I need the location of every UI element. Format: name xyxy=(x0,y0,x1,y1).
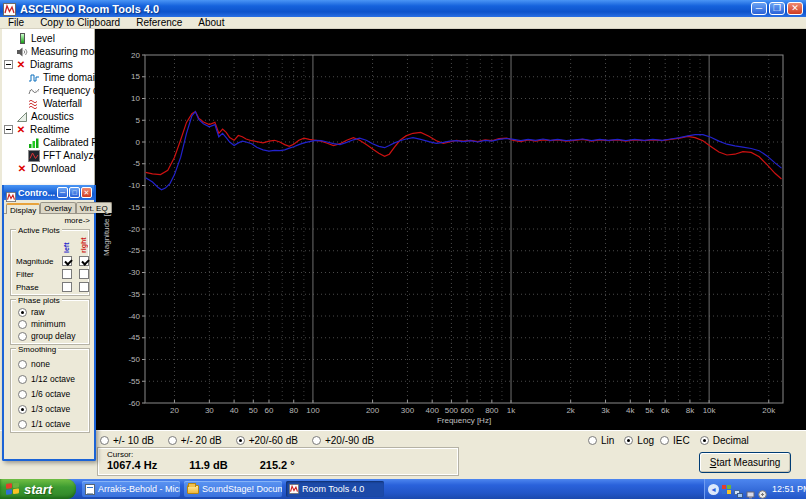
svg-text:-20: -20 xyxy=(128,225,140,234)
radio-button-icon[interactable] xyxy=(312,436,321,445)
tab-virt-eq[interactable]: Virt. EQ xyxy=(76,202,112,213)
volume-icon[interactable] xyxy=(758,485,767,494)
taskbar-task-arrakis[interactable]: Arrakis-Behold - Micro... xyxy=(82,481,180,497)
svg-text:10: 10 xyxy=(131,94,140,103)
control-panel-title-bar[interactable]: Contro... ─ □ ✕ xyxy=(4,185,94,200)
taskbar-task-room-tools[interactable]: Room Tools 4.0 xyxy=(286,481,384,497)
radio-button-icon[interactable] xyxy=(624,436,633,445)
radio-button-icon[interactable] xyxy=(18,405,27,414)
collapse-chevron-icon[interactable]: ◂ xyxy=(708,484,719,495)
minimize-icon[interactable]: ─ xyxy=(751,2,767,15)
tab-overlay[interactable]: Overlay xyxy=(40,202,76,213)
svg-text:500: 500 xyxy=(445,406,459,415)
more-link[interactable]: more-> xyxy=(4,214,94,225)
start-measuring-button[interactable]: Start Measuring xyxy=(699,452,791,473)
tree-item-acoustics[interactable]: Acoustics xyxy=(2,110,94,123)
tree-item-realtime[interactable]: ✕ Realtime xyxy=(2,123,94,136)
unit-options: IEC Decimal xyxy=(660,435,749,446)
menu-item-reference[interactable]: Reference xyxy=(136,17,182,28)
tree-item-fft-analyzer[interactable]: FFT Analyzer xyxy=(2,149,94,162)
magnitude-right-checkbox[interactable] xyxy=(79,256,89,266)
radio-button-icon[interactable] xyxy=(18,332,27,341)
restore-icon[interactable]: ❐ xyxy=(769,2,785,15)
svg-text:0: 0 xyxy=(136,138,141,147)
radio-button-icon[interactable] xyxy=(18,320,27,329)
tree-item-time-domain[interactable]: Time domain xyxy=(2,71,94,84)
radio-raw[interactable]: raw xyxy=(18,307,86,317)
radio-smoothing-1-1[interactable]: 1/1 octave xyxy=(18,419,86,429)
frequency-domain-icon xyxy=(28,85,40,97)
app-icon xyxy=(3,2,16,15)
svg-text:-40: -40 xyxy=(128,312,140,321)
svg-text:600: 600 xyxy=(460,406,474,415)
menu-bar: File Copy to Clipboard Reference About xyxy=(0,17,806,29)
minimize-icon[interactable]: ─ xyxy=(57,187,68,198)
tree-item-diagrams[interactable]: ✕ Diagrams xyxy=(2,58,94,71)
menu-item-copy-to-clipboard[interactable]: Copy to Clipboard xyxy=(40,17,120,28)
network-icon[interactable] xyxy=(734,485,743,494)
radio-lin[interactable]: Lin xyxy=(588,435,614,446)
magnitude-left-checkbox[interactable] xyxy=(62,256,72,266)
close-icon[interactable]: ✕ xyxy=(787,2,803,15)
svg-text:-60: -60 xyxy=(128,399,140,408)
tree-item-waterfall[interactable]: Waterfall xyxy=(2,97,94,110)
tree-item-download[interactable]: ✕ Download xyxy=(2,162,94,175)
time-domain-icon xyxy=(28,72,40,84)
radio-button-icon[interactable] xyxy=(18,420,27,429)
taskbar-task-soundstage[interactable]: SoundStage! Docume... xyxy=(184,481,282,497)
radio-group-delay[interactable]: group delay xyxy=(18,331,86,341)
radio-range-20-90[interactable]: +20/-90 dB xyxy=(312,435,374,446)
app-window: ASCENDO Room Tools 4.0 ─ ❐ ✕ File Copy t… xyxy=(0,0,806,499)
fft-analyzer-icon xyxy=(28,150,40,162)
phase-right-checkbox[interactable] xyxy=(79,282,89,292)
tree-item-measuring-mode[interactable]: Measuring mode xyxy=(2,45,94,58)
radio-smoothing-1-3[interactable]: 1/3 octave xyxy=(18,404,86,414)
radio-button-icon[interactable] xyxy=(168,436,177,445)
tree-item-calibrated-rta[interactable]: Calibrated RTA xyxy=(2,136,94,149)
radio-smoothing-1-12[interactable]: 1/12 octave xyxy=(18,374,86,384)
speaker-icon xyxy=(16,46,28,58)
frequency-response-chart[interactable]: -60-55-50-45-40-35-30-25-20-15-10-505101… xyxy=(95,29,806,430)
menu-item-file[interactable]: File xyxy=(8,17,24,28)
messenger-icon[interactable] xyxy=(722,485,731,494)
radio-button-icon[interactable] xyxy=(18,390,27,399)
close-icon[interactable]: ✕ xyxy=(81,187,92,198)
filter-right-checkbox[interactable] xyxy=(79,269,89,279)
radio-button-icon[interactable] xyxy=(588,436,597,445)
radio-decimal[interactable]: Decimal xyxy=(700,435,749,446)
svg-text:1k: 1k xyxy=(507,406,516,415)
radio-range-20-60[interactable]: +20/-60 dB xyxy=(236,435,298,446)
chart-area: -60-55-50-45-40-35-30-25-20-15-10-505101… xyxy=(95,29,806,430)
radio-button-icon[interactable] xyxy=(236,436,245,445)
radio-button-icon[interactable] xyxy=(18,308,27,317)
radio-button-icon[interactable] xyxy=(18,375,27,384)
radio-button-icon[interactable] xyxy=(100,436,109,445)
menu-item-about[interactable]: About xyxy=(198,17,224,28)
radio-button-icon[interactable] xyxy=(660,436,669,445)
tree-item-frequency-domain[interactable]: Frequency domain xyxy=(2,84,94,97)
collapse-expander-icon[interactable] xyxy=(4,60,13,69)
radio-range-20[interactable]: +/- 20 dB xyxy=(168,435,222,446)
maximize-icon[interactable]: □ xyxy=(69,187,80,198)
svg-text:400: 400 xyxy=(426,406,440,415)
radio-log[interactable]: Log xyxy=(624,435,654,446)
collapse-expander-icon[interactable] xyxy=(4,125,13,134)
radio-iec[interactable]: IEC xyxy=(660,435,690,446)
radio-button-icon[interactable] xyxy=(700,436,709,445)
phase-left-checkbox[interactable] xyxy=(62,282,72,292)
svg-text:-5: -5 xyxy=(133,159,141,168)
svg-text:20: 20 xyxy=(170,406,179,415)
start-button[interactable]: start xyxy=(0,479,76,499)
filter-left-checkbox[interactable] xyxy=(62,269,72,279)
radio-range-10[interactable]: +/- 10 dB xyxy=(100,435,154,446)
tree-item-level[interactable]: Level xyxy=(2,32,94,45)
radio-smoothing-1-6[interactable]: 1/6 octave xyxy=(18,389,86,399)
radio-smoothing-none[interactable]: none xyxy=(18,359,86,369)
svg-text:10k: 10k xyxy=(703,406,717,415)
tab-display[interactable]: Display xyxy=(6,203,40,214)
svg-text:200: 200 xyxy=(366,406,380,415)
radio-button-icon[interactable] xyxy=(18,360,27,369)
radio-minimum[interactable]: minimum xyxy=(18,319,86,329)
device-icon[interactable] xyxy=(746,485,755,494)
svg-text:-30: -30 xyxy=(128,268,140,277)
